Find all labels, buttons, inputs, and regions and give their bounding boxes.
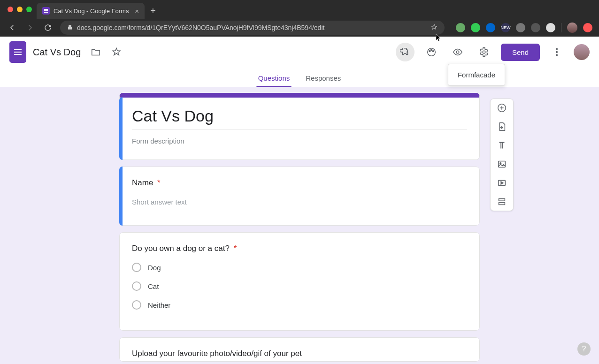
window-controls [3, 0, 37, 19]
forward-button[interactable] [24, 22, 36, 33]
question-card-3[interactable]: Upload your favourite photo/video/gif of… [119, 337, 480, 362]
document-title[interactable]: Cat Vs Dog [33, 47, 81, 58]
radio-circle-icon[interactable] [132, 300, 141, 310]
browser-tab[interactable]: Cat Vs Dog - Google Forms × [37, 3, 145, 19]
help-button[interactable]: ? [577, 342, 591, 356]
ext-grammarly-icon[interactable] [471, 23, 480, 32]
reload-button[interactable] [42, 22, 54, 33]
required-star-icon: * [157, 178, 161, 187]
svg-point-7 [456, 51, 459, 53]
radio-circle-icon[interactable] [132, 281, 141, 291]
add-question-button[interactable] [497, 103, 507, 113]
radio-label: Dog [148, 264, 161, 272]
move-folder-button[interactable] [90, 46, 101, 58]
title-underline [132, 129, 467, 129]
svg-point-8 [483, 51, 485, 53]
tab-questions[interactable]: Questions [256, 74, 292, 87]
customize-theme-button[interactable] [422, 43, 441, 61]
import-questions-button[interactable] [497, 121, 507, 132]
ext-more-icon[interactable] [583, 23, 592, 32]
svg-rect-16 [499, 199, 505, 201]
tab-title: Cat Vs Dog - Google Forms [54, 8, 129, 15]
question-title[interactable]: Name * [132, 178, 467, 188]
separator [561, 23, 561, 32]
ext-shield-icon[interactable] [516, 23, 525, 32]
browser-chrome: Cat Vs Dog - Google Forms × + docs.googl… [0, 0, 599, 37]
extensions-area: NEW [451, 23, 592, 33]
new-tab-button[interactable]: + [145, 3, 161, 19]
required-star-icon: * [234, 244, 237, 253]
svg-rect-17 [499, 203, 505, 205]
svg-point-4 [429, 51, 430, 52]
radio-option[interactable]: Neither [132, 300, 467, 310]
svg-point-10 [556, 52, 558, 53]
settings-button[interactable] [475, 43, 493, 61]
send-button[interactable]: Send [501, 44, 540, 61]
more-menu-button[interactable] [547, 43, 566, 61]
address-bar[interactable]: docs.google.com/forms/d/1QrEYytV662N0O5a… [60, 21, 445, 35]
close-window-button[interactable] [8, 7, 13, 12]
address-bar-row: docs.google.com/forms/d/1QrEYytV662N0O5a… [0, 19, 599, 37]
svg-point-6 [432, 51, 434, 52]
minimize-window-button[interactable] [17, 7, 23, 12]
add-video-button[interactable] [497, 178, 507, 188]
add-title-button[interactable] [497, 140, 507, 151]
question-title[interactable]: Upload your favourite photo/video/gif of… [132, 349, 467, 358]
short-answer-field[interactable]: Short answer text [132, 196, 300, 209]
ext-rec-icon[interactable] [546, 23, 555, 32]
add-image-button[interactable] [497, 159, 507, 169]
ext-savefrom-icon[interactable] [486, 23, 495, 32]
radio-option[interactable]: Cat [132, 281, 467, 291]
back-button[interactable] [7, 22, 18, 33]
question-title-text: Name [132, 178, 153, 187]
preview-button[interactable] [448, 43, 467, 61]
addons-button[interactable] [396, 43, 415, 61]
forms-header: Cat Vs Dog Send Formfacade [0, 37, 599, 68]
account-avatar[interactable] [574, 44, 590, 60]
url-text: docs.google.com/forms/d/1QrEYytV662N0O5a… [77, 24, 324, 31]
profile-avatar-icon[interactable] [567, 23, 577, 33]
tab-responses[interactable]: Responses [304, 74, 343, 87]
question-card-1[interactable]: Name * Short answer text [119, 167, 480, 226]
svg-rect-13 [499, 161, 506, 167]
radio-label: Neither [148, 301, 170, 309]
question-toolbar [490, 99, 514, 211]
ext-new-icon[interactable]: NEW [501, 23, 510, 32]
form-description[interactable]: Form description [132, 134, 467, 148]
svg-point-9 [556, 48, 558, 50]
maximize-window-button[interactable] [26, 7, 32, 12]
tab-row: Questions Responses [0, 68, 599, 87]
form-column: Cat Vs Dog Form description Name * Short… [119, 93, 480, 362]
star-doc-button[interactable] [111, 46, 122, 58]
radio-label: Cat [148, 282, 159, 290]
radio-option[interactable]: Dog [132, 263, 467, 272]
addons-popup-label: Formfacade [458, 71, 495, 79]
addons-popup[interactable]: Formfacade [448, 64, 505, 86]
lock-icon [67, 24, 73, 32]
radio-circle-icon[interactable] [132, 263, 141, 272]
forms-logo-icon[interactable] [9, 41, 26, 63]
svg-rect-1 [44, 10, 48, 11]
close-tab-icon[interactable]: × [135, 7, 139, 15]
form-header-card[interactable]: Cat Vs Dog Form description [119, 93, 480, 160]
add-section-button[interactable] [497, 197, 507, 207]
ext-drive-icon[interactable] [456, 23, 465, 32]
header-right: Send [396, 43, 590, 61]
question-title-text: Upload your favourite photo/video/gif of… [132, 349, 302, 358]
svg-rect-2 [44, 12, 48, 13]
question-card-2[interactable]: Do you own a dog or a cat? * Dog Cat Nei… [119, 232, 480, 331]
forms-favicon-icon [42, 7, 50, 15]
mouse-cursor-icon [436, 34, 441, 42]
bookmark-star-icon[interactable] [430, 23, 438, 32]
svg-point-11 [556, 54, 558, 56]
svg-rect-0 [44, 9, 48, 10]
tab-strip: Cat Vs Dog - Google Forms × + [0, 0, 599, 19]
question-title-text: Do you own a dog or a cat? [132, 244, 230, 253]
ext-present-icon[interactable] [531, 23, 540, 32]
form-title[interactable]: Cat Vs Dog [132, 107, 467, 125]
form-canvas: Cat Vs Dog Form description Name * Short… [0, 87, 599, 364]
question-title[interactable]: Do you own a dog or a cat? * [132, 244, 467, 253]
svg-point-5 [431, 49, 432, 51]
